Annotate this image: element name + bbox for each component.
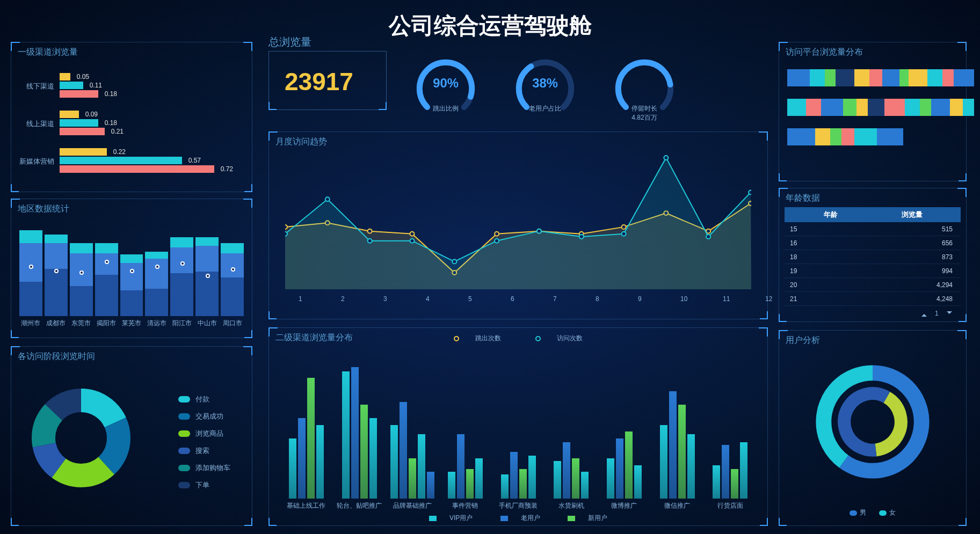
page-prev-icon[interactable] [921,311,927,317]
svg-point-33 [579,235,584,239]
panel-title: 地区数据统计 [18,203,69,215]
panel-primary-channel: 一级渠道浏览量 线下渠道0.050.110.18线上渠道0.090.180.21… [11,42,252,192]
hbar-group: 新媒体营销0.220.570.72 [60,147,214,174]
bar-group: 基础上线工作 [280,378,333,499]
svg-point-14 [285,225,287,229]
kpi-value: 23917 [285,67,353,96]
bar-group: 事件营销 [439,434,492,499]
panel-region-stats: 地区数据统计 潮州市成都市东莞市揭阳市莱芜市清远市阳江市中山市周口市 [11,199,252,338]
svg-point-26 [285,232,287,236]
panel-title: 用户分析 [786,335,820,346]
grouped-legend: VIP用户 老用户 新用户 [269,514,767,523]
stacked-bar: 东莞市 [70,243,93,316]
trend-chart: 123456789101112 [285,151,751,289]
panel-platform-dist: 访问平台浏览量分布 [779,42,967,181]
legend-item: 添加购物车 [178,463,230,473]
page-next-icon[interactable] [947,311,952,317]
panel-secondary-channel: 二级渠道浏览量分布 基础上线工作轮台、贴吧推广品牌基础推广事件营销手机厂商预装水… [268,327,768,526]
table-row: 16656 [785,236,961,250]
stacked-bar: 莱芜市 [120,254,143,316]
bar-group: 轮台、贴吧推广 [333,367,386,499]
svg-point-31 [495,239,499,243]
panel-title: 各访问阶段浏览时间 [18,351,95,362]
age-table: 年龄浏览量 15515166561887319994204,294214,248 [785,207,961,306]
stacked-bar: 成都市 [45,235,68,316]
stacked-bar: 揭阳市 [95,243,118,316]
table-row: 15515 [785,222,961,236]
panel-title: 月度访问趋势 [275,136,327,148]
hbar-group: 线上渠道0.090.180.21 [60,109,105,136]
stacked-hbar [787,128,903,145]
hbar-group: 线下渠道0.050.110.18 [60,72,98,99]
svg-point-29 [410,239,414,243]
svg-point-22 [622,225,626,229]
ring-legend: 男 女 [779,508,966,517]
svg-point-32 [537,229,541,233]
svg-text:90%: 90% [433,76,459,90]
stacked-bar: 清远市 [145,252,168,316]
gauge-2: 停留时长 4.82百万 [601,54,687,122]
panel-title: 年龄数据 [786,193,820,204]
bar-group: 微博推广 [598,431,651,499]
bar-group: 手机厂商预装 [492,452,545,499]
svg-point-16 [368,229,372,233]
stacked-hbar [787,69,974,86]
bar-group: 水货刷机 [545,442,598,499]
svg-point-30 [452,259,456,264]
table-row: 18873 [785,250,961,264]
panel-monthly-trend: 月度访问趋势 123456789101112 跳出次数 访问次数 [268,131,768,319]
stacked-bar: 周口市 [221,243,244,316]
kpi-label: 总浏览量 [268,35,311,49]
stacked-bar: 潮州市 [19,230,42,316]
panel-title: 二级渠道浏览量分布 [275,332,353,343]
page-number: 1 [935,310,939,317]
table-pager[interactable]: 1 [918,310,955,317]
table-row: 19994 [785,264,961,278]
stacked-bar: 阳江市 [170,237,193,316]
legend-item: 搜索 [178,446,230,456]
page-title: 公司综合运营驾驶舱 [0,11,980,41]
svg-point-35 [664,156,668,160]
svg-point-37 [749,190,751,194]
svg-point-27 [325,197,330,201]
table-row: 214,248 [785,292,961,306]
table-row: 204,294 [785,278,961,292]
bar-group: 行货店面 [703,442,757,499]
legend-item: 交易成功 [178,412,230,421]
svg-point-24 [706,229,710,233]
legend-item: 浏览商品 [178,429,230,438]
gauge-1: 38% 老用户占比 [502,54,588,113]
svg-text:38%: 38% [532,76,558,90]
gauge-0: 90% 跳出比例 [403,54,489,113]
donut-chart [27,384,135,492]
panel-user-analysis: 用户分析 男 女 [779,330,967,526]
legend-item: 付款 [178,394,230,404]
nested-donut [808,357,937,486]
svg-point-36 [706,235,710,239]
panel-visit-stage: 各访问阶段浏览时间 付款交易成功浏览商品搜索添加购物车下单 [11,346,252,526]
stacked-hbar [787,99,974,116]
pie-legend: 付款交易成功浏览商品搜索添加购物车下单 [178,387,230,498]
legend-item: 下单 [178,480,230,490]
svg-point-19 [495,232,499,236]
svg-point-28 [368,239,372,243]
svg-point-17 [410,232,414,236]
svg-point-34 [622,232,626,236]
bar-group: 微信推广 [651,391,704,499]
panel-age-data: 年龄数据 年龄浏览量 15515166561887319994204,29421… [779,188,967,322]
bar-group: 品牌基础推广 [386,402,439,499]
panel-title: 一级渠道浏览量 [18,47,78,58]
panel-title: 访问平台浏览量分布 [786,47,863,58]
